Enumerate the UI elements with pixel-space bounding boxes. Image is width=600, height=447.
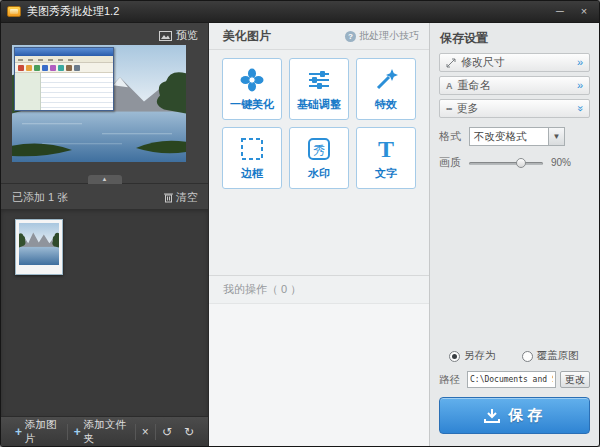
change-path-button[interactable]: 更改 (560, 371, 590, 388)
save-icon (483, 408, 501, 424)
quality-row: 画质 90% (430, 155, 599, 170)
flower-icon (239, 67, 265, 93)
format-select[interactable]: 不改变格式 ▼ (469, 127, 565, 146)
redo-button[interactable]: ↻ (178, 417, 200, 446)
added-count-text: 已添加 1 张 (12, 190, 68, 205)
save-as-label: 另存为 (464, 349, 496, 363)
text-button[interactable]: T 文字 (356, 127, 416, 189)
more-label: 更多 (456, 101, 478, 116)
beautify-title: 美化图片 (223, 28, 271, 45)
redo-icon: ↻ (184, 425, 194, 439)
plus-icon: + (15, 425, 22, 439)
quality-slider[interactable] (469, 157, 543, 169)
format-label: 格式 (439, 129, 469, 144)
radio-unselected-icon (522, 351, 533, 362)
save-settings-title: 保存设置 (430, 23, 599, 53)
clear-button[interactable]: 清空 (164, 190, 198, 205)
resize-icon (446, 58, 456, 68)
tool-label: 文字 (375, 166, 397, 181)
my-operations-header: 我的操作（ 0 ） (209, 276, 429, 304)
settings-accordion: 修改尺寸 » A 重命名 » ••• 更多 » (430, 53, 599, 118)
clear-label: 清空 (176, 190, 198, 205)
seal-icon: 秀 (306, 136, 332, 162)
save-destination-block: 另存为 覆盖原图 路径 更改 保存 (439, 349, 590, 434)
frame-button[interactable]: 边框 (222, 127, 282, 189)
preview-label: 预览 (176, 28, 198, 43)
save-settings-panel: 保存设置 修改尺寸 » A 重命名 » ••• 更多 » 格式 (429, 23, 599, 446)
rename-icon: A (446, 81, 453, 91)
thumbnail-item[interactable] (15, 219, 63, 275)
format-row: 格式 不改变格式 ▼ (430, 127, 599, 146)
path-label: 路径 (439, 373, 467, 387)
save-label: 保存 (509, 406, 547, 425)
app-window: 美图秀秀批处理1.2 ─ × 预览 (0, 0, 600, 447)
one-click-beautify-button[interactable]: 一键美化 (222, 58, 282, 120)
save-mode-radios: 另存为 覆盖原图 (449, 349, 590, 363)
remove-image-button[interactable]: × (136, 417, 155, 446)
rename-section-toggle[interactable]: A 重命名 » (439, 76, 590, 95)
add-folder-button[interactable]: + 添加文件夹 (68, 417, 135, 446)
undo-button[interactable]: ↺ (156, 417, 178, 446)
dropdown-arrow-icon: ▼ (548, 128, 564, 145)
added-count-row: 已添加 1 张 清空 (12, 190, 198, 205)
sliders-icon (306, 67, 332, 93)
resize-label: 修改尺寸 (461, 55, 505, 70)
path-input[interactable] (467, 371, 556, 388)
quality-value: 90% (551, 157, 571, 168)
beautify-header: 美化图片 ? 批处理小技巧 (209, 23, 429, 50)
magic-wand-icon (373, 67, 399, 93)
frame-icon (239, 136, 265, 162)
save-as-radio[interactable]: 另存为 (449, 349, 496, 363)
close-button[interactable]: × (575, 5, 593, 19)
basic-adjust-button[interactable]: 基础调整 (289, 58, 349, 120)
window-title: 美图秀秀批处理1.2 (27, 4, 119, 19)
format-value: 不改变格式 (470, 128, 548, 145)
window-controls: ─ × (551, 5, 593, 19)
watermark-button[interactable]: 秀 水印 (289, 127, 349, 189)
collapse-tab[interactable]: ▲ (88, 175, 122, 184)
tool-label: 特效 (375, 97, 397, 112)
trash-icon (164, 192, 173, 203)
overwrite-radio[interactable]: 覆盖原图 (522, 349, 579, 363)
slider-thumb[interactable] (516, 158, 526, 168)
thumbnail-photo (19, 223, 59, 265)
slider-track[interactable] (469, 162, 543, 165)
preview-icon (159, 31, 172, 41)
resize-section-toggle[interactable]: 修改尺寸 » (439, 53, 590, 72)
rename-label: 重命名 (458, 78, 491, 93)
tips-link[interactable]: ? 批处理小技巧 (345, 29, 419, 43)
tool-label: 基础调整 (297, 97, 341, 112)
tool-label: 边框 (241, 166, 263, 181)
list-toolbar: + 添加图片 + 添加文件夹 × ↺ ↻ (1, 416, 208, 446)
add-image-button[interactable]: + 添加图片 (9, 417, 67, 446)
path-row: 路径 更改 (439, 371, 590, 388)
titlebar[interactable]: 美图秀秀批处理1.2 ─ × (1, 1, 599, 23)
preview-button[interactable]: 预览 (159, 28, 198, 43)
overwrite-label: 覆盖原图 (537, 349, 579, 363)
more-section-toggle[interactable]: ••• 更多 » (439, 99, 590, 118)
save-button[interactable]: 保存 (439, 397, 590, 434)
more-icon: ••• (446, 104, 451, 113)
undo-icon: ↺ (162, 425, 172, 439)
tool-grid: 一键美化 基础调整 特效 边框 (209, 50, 429, 197)
embedded-titlebar (15, 48, 113, 56)
thumbnail-list (1, 209, 208, 416)
question-icon: ? (345, 31, 356, 42)
tool-label: 一键美化 (230, 97, 274, 112)
effects-button[interactable]: 特效 (356, 58, 416, 120)
plus-icon: + (74, 425, 81, 439)
text-icon: T (378, 136, 394, 162)
tips-label: 批处理小技巧 (359, 29, 419, 43)
minimize-button[interactable]: ─ (551, 5, 569, 19)
add-image-label: 添加图片 (25, 418, 61, 446)
image-list-panel: 预览 (1, 23, 208, 446)
app-icon (7, 6, 21, 17)
delete-icon: × (142, 425, 149, 439)
preview-embedded-screenshot (14, 47, 114, 111)
add-folder-label: 添加文件夹 (84, 418, 129, 446)
my-operations-section: 我的操作（ 0 ） (209, 275, 429, 446)
radio-selected-icon (449, 351, 460, 362)
chevron-right-icon: » (577, 80, 583, 91)
tool-label: 水印 (308, 166, 330, 181)
quality-label: 画质 (439, 155, 469, 170)
